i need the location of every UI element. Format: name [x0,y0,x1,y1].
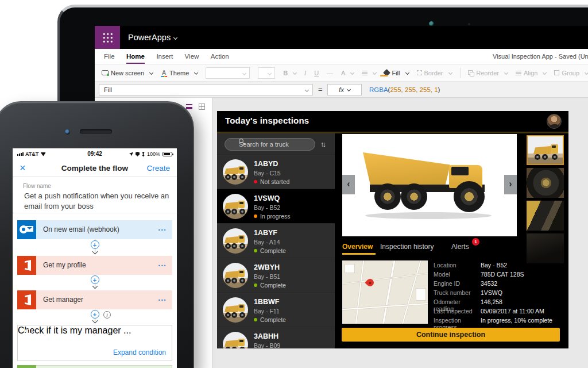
truck-wheel-shape [225,312,231,318]
flow-name-value[interactable]: Get a push notification when you receive… [24,191,170,211]
underline-button[interactable]: U [314,70,319,76]
truck-list-item[interactable]: 1BBWF Bay - F11 Complete [217,292,335,327]
truck-wheel-shape [231,278,237,283]
truck-photo-thumbnail [223,263,248,288]
menu-item[interactable]: View [185,49,199,64]
step-menu-dots[interactable]: ... [158,218,167,237]
tab-inspection-history[interactable]: Inspection history [380,243,434,251]
menu-item[interactable]: File [104,49,115,64]
chevron-down-icon [504,71,508,75]
fill-button[interactable]: Fill [384,70,408,76]
document-title: Visual Inspection App - Saved (Unp [493,49,588,64]
sort-icon[interactable]: ↑↓ [320,140,324,148]
font-size-select[interactable] [258,67,275,79]
align-button[interactable]: Align [516,70,546,76]
photo-next-button[interactable]: › [504,175,517,194]
chevron-down-icon [350,71,354,75]
formula-bar: Fill = fx RGBA(255, 255, 255, 1) [95,82,588,98]
flow-connector: + [17,275,172,288]
truck-status: Complete [254,282,286,289]
menu-item[interactable]: Action [211,49,229,64]
italic-button[interactable]: I [304,70,306,76]
list-view-icon[interactable] [186,104,192,109]
detail-label: Model [434,271,481,278]
powerapps-appbar: PowerApps [95,26,588,49]
location-map[interactable] [342,260,428,324]
truck-photo-viewer: ‹ › [342,134,517,236]
truck-bay: Bay - F11 [254,308,280,315]
truck-wheel-shape [225,209,231,214]
flow-step-get-my-profile[interactable]: Get my profile ... [17,256,172,275]
ribbon-separator [460,68,461,78]
expand-condition-link[interactable]: Expand condition [113,344,166,361]
tab-overview[interactable]: Overview [342,243,373,251]
photo-thumbnail-truck[interactable] [527,135,564,165]
step-title: Get manager [43,290,83,309]
info-icon[interactable]: i [103,311,111,319]
truck-list-item[interactable]: 1VSWQ Bay - B52 In progress [217,189,335,223]
font-color-button[interactable]: A [341,70,354,76]
truck-list-item[interactable]: 1ABYD Bay - C15 Not started [217,154,335,189]
truck-bed-shape [225,305,238,312]
flow-step-condition[interactable]: Check if it is my manager ... Expand con… [17,325,172,361]
screen-icon [102,70,109,75]
photo-thumbnail-wheel[interactable] [527,168,564,198]
truck-shadow [365,212,492,219]
map-road [381,260,396,324]
truck-list-item[interactable]: 3ABHH Bay - B09 [217,327,335,348]
truck-bay: Bay - C15 [254,170,281,177]
flow-step-next-peek [17,365,172,368]
bold-button[interactable]: B [283,70,296,76]
status-dot [254,214,257,218]
alerts-badge: 1 [472,238,479,246]
reorder-button[interactable]: Reorder [468,70,508,76]
fx-select[interactable]: fx [327,84,362,95]
photo-thumbnail-dark[interactable] [527,233,564,263]
theme-button[interactable]: ATheme [161,70,198,76]
flow-step-get-manager[interactable]: Get manager ... [17,290,172,309]
user-avatar[interactable] [547,114,562,129]
truck-list-item[interactable]: 2WBYH Bay - B51 Complete [217,258,335,292]
menu-item[interactable]: Home [126,49,145,64]
paragraph-align-button[interactable] [362,71,376,75]
font-family-select[interactable] [206,67,249,79]
formula-input[interactable]: RGBA(255, 255, 255, 1) [369,84,440,95]
property-select[interactable]: Fill [99,84,313,95]
truck-cab-shape [238,270,245,277]
detail-label: Location [434,262,481,269]
detail-value: In progress, 10% complete [481,317,552,324]
step-menu-dots[interactable]: ... [123,325,131,335]
truck-bay: Bay - B52 [254,204,280,211]
group-button[interactable]: Group [554,70,588,76]
green-step-icon [17,365,36,368]
truck-search-input[interactable]: Search for a truck [225,138,315,151]
map-road [354,260,365,324]
truck-list-item[interactable]: 1ABYF Bay - A14 Complete [217,223,335,258]
create-button[interactable]: Create [146,160,170,177]
strikethrough-button[interactable]: — [327,70,333,76]
outlook-icon [17,220,36,239]
office-waffle-tile[interactable] [95,26,120,49]
insert-step-button[interactable]: + [91,240,99,249]
border-button[interactable]: Border [417,70,452,76]
truck-wheel-shape [225,278,231,283]
powerapps-app-switcher[interactable]: PowerApps [128,26,177,49]
photo-thumbnail-machinery[interactable] [527,201,564,231]
dump-bed [363,152,450,187]
grid-view-icon[interactable] [199,103,205,110]
condition-header: Check if it is my manager ... [18,325,172,344]
truck-wheel-shape [239,209,245,214]
menu-item[interactable]: Insert [156,49,173,64]
step-menu-dots[interactable]: ... [158,254,167,273]
new-screen-button[interactable]: New screen [102,70,153,76]
step-menu-dots[interactable]: ... [158,289,167,308]
truck-bed-shape [225,340,238,347]
photo-prev-button[interactable]: ‹ [342,175,355,194]
flow-step-on-new-email[interactable]: On new email (webhook) ... [17,220,172,239]
tab-alerts[interactable]: Alerts [451,243,469,251]
chevron-down-icon [373,71,377,75]
map-block [345,264,355,273]
phone-status-bar: AT&T 09:42 100% [13,148,177,160]
truck-bed-shape [225,271,238,278]
continue-inspection-button[interactable]: Continue inspection [342,328,560,342]
